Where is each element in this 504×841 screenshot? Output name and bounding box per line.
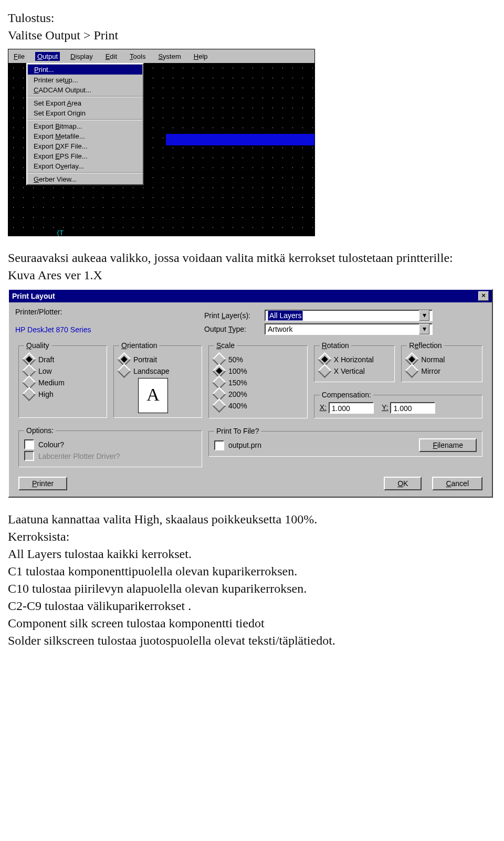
orientation-group: Orientation Portrait Landscape A	[113, 341, 202, 418]
print-layers-combo[interactable]: All Layers▾	[265, 310, 433, 321]
rotation-group: Rotation X Horizontal X Vertical	[314, 341, 395, 382]
y-input[interactable]: 1.000	[390, 402, 435, 414]
radio-portrait[interactable]: Portrait	[119, 354, 196, 364]
checkbox-output-prn[interactable]: output.prn	[214, 440, 261, 450]
rotation-legend: Rotation	[320, 341, 351, 350]
paragraph: C1 tulostaa komponenttipuolella olevan k…	[8, 564, 496, 579]
menu-item-export-dxf[interactable]: Export DXF File...	[27, 141, 143, 151]
cancel-button[interactable]: Cancel	[432, 477, 482, 490]
menu-edit[interactable]: Edit	[103, 52, 119, 61]
output-dropdown[interactable]: Print... Printer setup... CADCAM Output.…	[26, 63, 144, 185]
radio-x-horizontal[interactable]: X Horizontal	[320, 354, 390, 364]
menu-bar[interactable]: File Output Display Edit Tools System He…	[8, 49, 314, 63]
y-label: Y:	[382, 403, 388, 412]
paragraph: C2-C9 tulostaa välikuparikerrokset .	[8, 599, 496, 613]
menu-output[interactable]: Output	[35, 52, 60, 61]
reflection-legend: Reflection	[407, 341, 444, 350]
scale-group: Scale 50% 100% 150% 200% 400%	[208, 341, 308, 418]
menu-item-cadcam[interactable]: CADCAM Output...	[27, 85, 143, 95]
chevron-down-icon[interactable]: ▾	[419, 324, 429, 334]
checkbox-labcenter-driver: Labcenter Plotter Driver?	[24, 451, 196, 461]
options-group: Options: Colour? Labcenter Plotter Drive…	[18, 426, 202, 467]
menu-item-print[interactable]: Print...	[28, 65, 142, 75]
compensation-legend: Compensation:	[320, 391, 373, 399]
paragraph: Kerroksista:	[8, 530, 496, 544]
close-icon[interactable]: ×	[478, 291, 489, 301]
paragraph: All Layers tulostaa kaikki kerrokset.	[8, 547, 496, 561]
output-type-combo[interactable]: Artwork▾	[265, 323, 433, 335]
instruction-line: Valitse Output > Print	[8, 28, 496, 43]
quality-legend: Quality	[24, 341, 51, 350]
radio-low[interactable]: Low	[24, 366, 101, 376]
print-layout-dialog: Print Layout × Printer/Plotter: HP DeskJ…	[8, 289, 493, 498]
cursor-marker: ⟨T	[57, 229, 64, 237]
menu-item-printer-setup[interactable]: Printer setup...	[27, 75, 143, 85]
checkbox-colour[interactable]: Colour?	[24, 439, 196, 449]
radio-200[interactable]: 200%	[214, 389, 302, 399]
menu-item-export-eps[interactable]: Export EPS File...	[27, 151, 143, 161]
paragraph: Laatuna kannattaa valita High, skaalaus …	[8, 512, 496, 527]
radio-normal[interactable]: Normal	[407, 354, 477, 364]
screenshot-output-menu: File Output Display Edit Tools System He…	[8, 49, 315, 236]
menu-display[interactable]: Display	[68, 52, 95, 61]
printer-plotter-label: Printer/Plotter:	[15, 308, 204, 316]
menu-help[interactable]: Help	[192, 52, 210, 61]
radio-50[interactable]: 50%	[214, 354, 302, 364]
radio-landscape[interactable]: Landscape	[119, 366, 196, 376]
filename-button[interactable]: Filename	[419, 438, 477, 452]
paragraph: C10 tulostaa piirilevyn alapuolella olev…	[8, 582, 496, 596]
menu-item-export-bitmap[interactable]: Export Bitmap...	[27, 121, 143, 131]
chevron-down-icon[interactable]: ▾	[419, 310, 429, 321]
dialog-title: Print Layout	[12, 292, 55, 300]
compensation-group: Compensation: X: 1.000 Y: 1.000	[314, 391, 482, 418]
menu-tools[interactable]: Tools	[128, 52, 148, 61]
menu-item-export-overlay[interactable]: Export Overlay...	[27, 161, 143, 171]
ok-button[interactable]: OK	[384, 477, 422, 490]
output-type-label: Output Type:	[204, 325, 265, 333]
menu-item-set-export-origin[interactable]: Set Export Origin	[27, 108, 143, 118]
quality-group: Quality Draft Low Medium High	[18, 341, 107, 418]
menu-item-gerber-view[interactable]: Gerber View...	[27, 174, 143, 184]
print-to-file-legend: Print To File?	[214, 427, 261, 435]
paragraph: Component silk screen tulostaa komponent…	[8, 616, 496, 630]
scale-legend: Scale	[214, 341, 237, 350]
radio-draft[interactable]: Draft	[24, 354, 101, 364]
menu-item-export-metafile[interactable]: Export Metafile...	[27, 131, 143, 141]
paragraph: Solder silkscreen tulostaa juotospuolell…	[8, 634, 496, 648]
paragraph: Kuva Ares ver 1.X	[8, 268, 496, 282]
radio-100[interactable]: 100%	[214, 366, 302, 376]
orientation-legend: Orientation	[119, 341, 159, 350]
radio-400[interactable]: 400%	[214, 401, 302, 411]
page-orientation-icon: A	[138, 378, 168, 413]
reflection-group: Reflection Normal Mirror	[401, 341, 482, 382]
options-legend: Options:	[24, 426, 56, 435]
radio-medium[interactable]: Medium	[24, 377, 101, 387]
menu-item-set-export-area[interactable]: Set Export Area	[27, 98, 143, 108]
printer-button[interactable]: Printer	[18, 477, 67, 490]
x-input[interactable]: 1.000	[329, 402, 374, 414]
radio-high[interactable]: High	[24, 389, 101, 399]
radio-x-vertical[interactable]: X Vertical	[320, 366, 390, 376]
printer-name: HP DeskJet 870 Series	[15, 325, 204, 334]
menu-system[interactable]: System	[156, 52, 183, 61]
menu-file[interactable]: File	[12, 52, 27, 61]
radio-mirror[interactable]: Mirror	[407, 366, 477, 376]
print-to-file-group: Print To File? output.prn Filename	[208, 427, 482, 457]
radio-150[interactable]: 150%	[214, 377, 302, 387]
paragraph: Seuraavaksi aukeaa valikko, jossa voidaa…	[8, 251, 496, 265]
print-layers-label: Print Layer(s):	[204, 311, 265, 320]
x-label: X:	[320, 403, 327, 412]
heading: Tulostus:	[8, 11, 496, 25]
dialog-titlebar: Print Layout ×	[9, 290, 492, 302]
